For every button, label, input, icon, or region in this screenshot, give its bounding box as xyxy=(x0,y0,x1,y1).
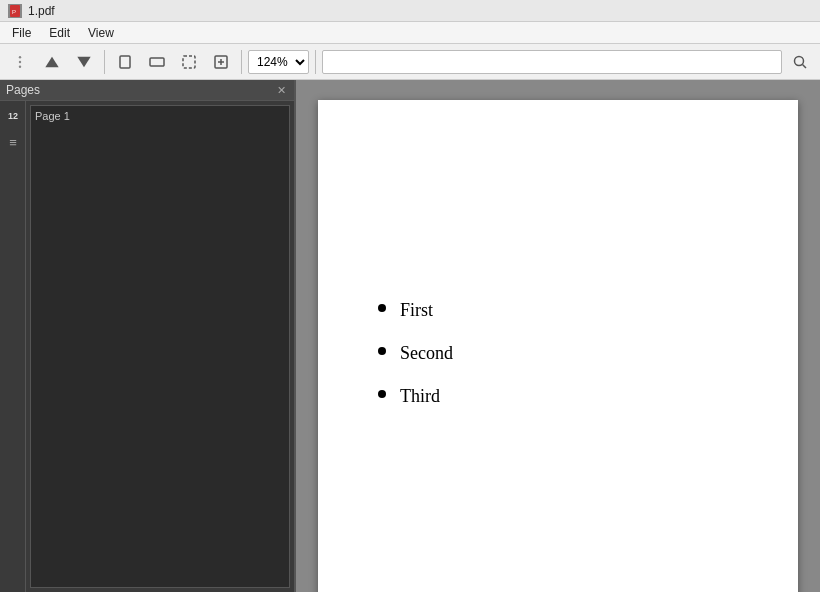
list-item-text-1: First xyxy=(400,300,433,321)
sidebar-title: Pages xyxy=(6,83,40,97)
pages-icon: 12 xyxy=(8,111,18,121)
toolbar: 50% 75% 100% 124% 150% 200% xyxy=(0,44,820,80)
svg-point-4 xyxy=(19,65,21,67)
nav-next-button[interactable] xyxy=(70,48,98,76)
bookmarks-icon: ≡ xyxy=(9,135,17,150)
search-input[interactable] xyxy=(322,50,782,74)
list-item-3: Third xyxy=(378,386,738,407)
bullet-2 xyxy=(378,347,386,355)
window-title: 1.pdf xyxy=(28,4,55,18)
menu-file[interactable]: File xyxy=(4,24,39,42)
svg-point-3 xyxy=(19,60,21,62)
svg-rect-7 xyxy=(120,56,130,68)
toolbar-divider-3 xyxy=(315,50,316,74)
pdf-page: First Second Third xyxy=(318,100,798,592)
pages-icon-button[interactable]: 12 xyxy=(2,105,24,127)
svg-point-2 xyxy=(19,56,21,58)
menu-bar: File Edit View xyxy=(0,22,820,44)
fit-page-button[interactable] xyxy=(111,48,139,76)
sidebar-content: Page 1 xyxy=(26,101,294,592)
list-item-text-2: Second xyxy=(400,343,453,364)
content-area: First Second Third xyxy=(296,80,820,592)
svg-text:P: P xyxy=(12,9,16,15)
toolbar-divider-2 xyxy=(241,50,242,74)
zoom-select[interactable]: 50% 75% 100% 124% 150% 200% xyxy=(248,50,309,74)
toolbar-separator-icon xyxy=(6,48,34,76)
bullet-1 xyxy=(378,304,386,312)
bookmarks-icon-button[interactable]: ≡ xyxy=(2,131,24,153)
menu-edit[interactable]: Edit xyxy=(41,24,78,42)
nav-prev-button[interactable] xyxy=(38,48,66,76)
title-bar: P 1.pdf xyxy=(0,0,820,22)
bullet-3 xyxy=(378,390,386,398)
svg-point-13 xyxy=(795,56,804,65)
list-item-2: Second xyxy=(378,343,738,364)
fit-selection-button[interactable] xyxy=(175,48,203,76)
sidebar-icon-panel: 12 ≡ xyxy=(0,101,26,592)
page-thumbnail-1[interactable]: Page 1 xyxy=(30,105,290,588)
app-icon: P xyxy=(8,4,22,18)
list-item-1: First xyxy=(378,300,738,321)
svg-marker-6 xyxy=(77,56,90,67)
menu-view[interactable]: View xyxy=(80,24,122,42)
svg-rect-8 xyxy=(150,58,164,66)
svg-line-14 xyxy=(803,64,807,68)
search-button[interactable] xyxy=(786,48,814,76)
zoom-actual-button[interactable] xyxy=(207,48,235,76)
main-area: Pages ✕ 12 ≡ Page 1 xyxy=(0,80,820,592)
pdf-content: First Second Third xyxy=(378,300,738,407)
sidebar-header: Pages ✕ xyxy=(0,80,294,101)
sidebar: Pages ✕ 12 ≡ Page 1 xyxy=(0,80,296,592)
page-label-1: Page 1 xyxy=(35,110,70,122)
fit-width-button[interactable] xyxy=(143,48,171,76)
pdf-list: First Second Third xyxy=(378,300,738,407)
list-item-text-3: Third xyxy=(400,386,440,407)
sidebar-close-button[interactable]: ✕ xyxy=(274,83,288,97)
svg-rect-9 xyxy=(183,56,195,68)
svg-marker-5 xyxy=(45,56,58,67)
toolbar-divider-1 xyxy=(104,50,105,74)
